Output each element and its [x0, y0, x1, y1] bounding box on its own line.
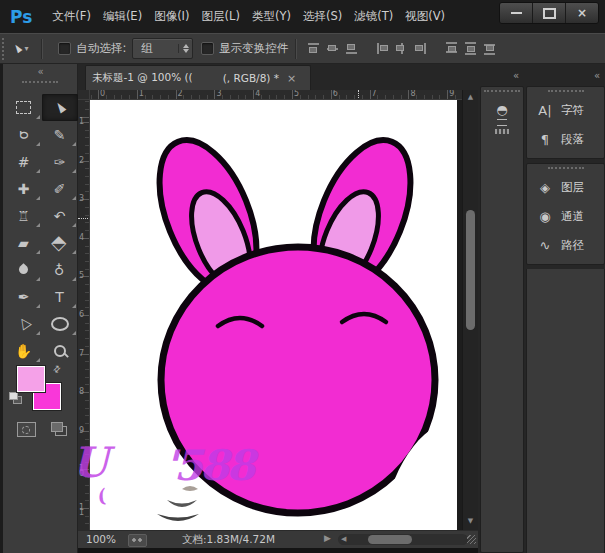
align-bottom-edges-button[interactable]: [344, 42, 359, 55]
tool-icon: #: [18, 154, 30, 170]
blur-tool[interactable]: [6, 256, 42, 283]
quick-selection-tool[interactable]: ✎: [42, 121, 78, 148]
close-button[interactable]: ×: [565, 3, 598, 23]
crop-tool[interactable]: #: [6, 148, 42, 175]
lasso-tool[interactable]: σ: [6, 121, 42, 148]
window-resize-grip[interactable]: [467, 535, 476, 544]
show-transform-checkbox[interactable]: [201, 42, 214, 55]
distribute-top-edges-button[interactable]: [444, 42, 459, 55]
swap-colors-icon[interactable]: ⇄: [51, 363, 63, 375]
menu-items: 文件(F)编辑(E)图像(I)图层(L)类型(Y)选择(S)滤镜(T)视图(V): [46, 0, 451, 33]
vertical-scrollbar[interactable]: ▲ ▼: [462, 90, 478, 530]
ruler-number: 0: [100, 90, 105, 98]
path-selection-tool[interactable]: ▷: [6, 310, 42, 337]
align-bar-icon: [308, 43, 319, 45]
eyedropper-tool[interactable]: ✑: [42, 148, 78, 175]
zoom-level-field[interactable]: 100%: [86, 533, 116, 545]
paths-panel-button[interactable]: ∿ 路径: [527, 231, 604, 260]
menubar-item[interactable]: 图像(I): [148, 9, 195, 23]
align-top-edges-button[interactable]: [306, 42, 321, 55]
dock-grip[interactable]: [484, 90, 520, 94]
align-horizontal-centers-button[interactable]: [394, 42, 409, 55]
options-bar-grip[interactable]: [2, 38, 7, 60]
ruler-number: 5: [294, 90, 299, 98]
menubar-item[interactable]: 类型(Y): [246, 9, 297, 23]
menubar-item[interactable]: 文件(F): [46, 9, 97, 23]
align-bar-icon: [424, 43, 426, 54]
ruler-corner[interactable]: [78, 90, 90, 100]
brush-tool[interactable]: ✐: [42, 175, 78, 202]
menubar-item[interactable]: 图层(L): [196, 9, 246, 23]
foreground-color-swatch[interactable]: [17, 366, 45, 392]
dock-grip[interactable]: [548, 167, 584, 171]
tool-preset-caret-icon[interactable]: ▾: [24, 44, 28, 53]
hand-tool[interactable]: ✋: [6, 337, 42, 364]
ruler-number: 7: [79, 351, 86, 356]
align-box-icon: [467, 46, 475, 52]
history-brush-tool[interactable]: ↶: [42, 202, 78, 229]
default-colors-icon[interactable]: [9, 392, 21, 403]
eraser-tool[interactable]: ▰: [6, 229, 42, 256]
paragraph-panel-button[interactable]: ¶ 段落: [527, 125, 604, 154]
tab-close-icon[interactable]: ×: [287, 72, 296, 85]
horizontal-scrollbar-thumb[interactable]: [368, 535, 412, 544]
channels-panel-button[interactable]: ◉ 通道: [527, 202, 604, 231]
show-transform-label: 显示变换控件: [219, 41, 288, 56]
menubar-item[interactable]: 编辑(E): [97, 9, 148, 23]
move-tool[interactable]: ►: [42, 94, 78, 121]
auto-select-dropdown[interactable]: 组: [132, 38, 193, 59]
quick-mask-mode-button[interactable]: [17, 422, 36, 437]
dock-empty-area: [526, 269, 605, 553]
collapse-dock-icon[interactable]: «: [526, 64, 605, 86]
clone-stamp-tool[interactable]: ♖: [6, 202, 42, 229]
dock-grip[interactable]: [548, 90, 584, 94]
distribute-vertical-centers-button[interactable]: [463, 42, 478, 55]
menubar-item[interactable]: 滤镜(T): [348, 9, 399, 23]
align-left-edges-button[interactable]: [375, 42, 390, 55]
ruler-number: 6: [79, 312, 86, 317]
minimize-button[interactable]: [500, 3, 532, 23]
document-canvas[interactable]: '588: [90, 100, 457, 530]
dodge-tool[interactable]: ♀: [42, 256, 78, 283]
align-vertical-centers-button[interactable]: [325, 42, 340, 55]
status-bar: 100% 文档:1.83M/4.72M ▶ ◀: [78, 530, 478, 548]
close-icon: ×: [577, 6, 587, 20]
status-menu-arrow-icon[interactable]: ▶: [324, 533, 331, 543]
layers-panel-button[interactable]: ◈ 图层: [527, 173, 604, 202]
scroll-up-icon[interactable]: ▲: [463, 93, 478, 101]
scroll-down-icon[interactable]: ▼: [463, 517, 478, 525]
horizontal-scrollbar[interactable]: ◀: [338, 534, 468, 545]
character-panel-button[interactable]: A| 字符: [527, 96, 604, 125]
zoom-tool[interactable]: [42, 337, 78, 364]
distribute-bottom-edges-button[interactable]: [482, 42, 497, 55]
tool-icon: ✚: [18, 181, 30, 197]
screen-mode-button[interactable]: [51, 422, 63, 432]
ruler-number: 8: [410, 90, 415, 98]
spot-healing-brush-tool[interactable]: ✚: [6, 175, 42, 202]
ruler-number: 4: [255, 90, 260, 98]
auto-select-checkbox[interactable]: [58, 42, 71, 55]
menubar-item[interactable]: 视图(V): [399, 9, 451, 23]
maximize-button[interactable]: [532, 3, 565, 23]
collapsed-3d-panel-button[interactable]: ◓: [481, 96, 523, 140]
collapse-dock-icon[interactable]: «: [480, 64, 524, 86]
tools-panel-grip[interactable]: [22, 81, 58, 85]
horizontal-type-tool[interactable]: T: [42, 283, 78, 310]
sketch-crescent-large: [157, 514, 199, 521]
auto-select-label: 自动选择:: [76, 41, 126, 56]
rectangular-marquee-tool[interactable]: [6, 94, 42, 121]
sketch-crescent-medium: [167, 500, 197, 507]
document-tab-bar: 未标题-1 @ 100% (( (, RGB/8) * ×: [78, 64, 478, 90]
menubar-item[interactable]: 选择(S): [297, 9, 348, 23]
align-box-icon: [396, 45, 404, 51]
scroll-left-icon[interactable]: ◀: [341, 535, 346, 543]
vertical-scrollbar-thumb[interactable]: [466, 210, 475, 330]
align-right-edges-button[interactable]: [413, 42, 428, 55]
collapse-tools-icon[interactable]: «: [3, 64, 77, 78]
horizontal-ruler[interactable]: 0123456789: [90, 90, 462, 100]
document-title-prefix: 未标题-1 @ 100% ((: [92, 71, 193, 85]
paint-bucket-tool[interactable]: ◩: [42, 229, 78, 256]
ellipse-tool[interactable]: [42, 310, 78, 337]
pen-tool[interactable]: ✒: [6, 283, 42, 310]
document-tab[interactable]: 未标题-1 @ 100% (( (, RGB/8) * ×: [85, 65, 311, 90]
